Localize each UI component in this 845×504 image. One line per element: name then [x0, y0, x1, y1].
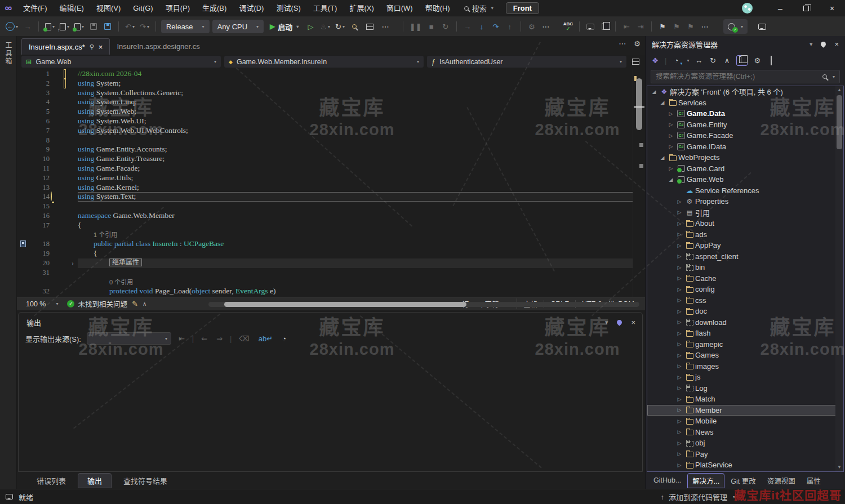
open-file-button[interactable]: ▾ — [59, 20, 70, 33]
tree-collapsed-icon[interactable]: ▷ — [675, 231, 684, 237]
tool-tab-4[interactable]: 属性 — [802, 473, 826, 488]
chevron-down-icon[interactable]: ▾ — [605, 319, 608, 326]
tree-collapsed-icon[interactable]: ▷ — [675, 418, 684, 424]
tree-collapsed-icon[interactable]: ▷ — [675, 243, 684, 248]
properties-wrench-button[interactable]: ⚙ — [753, 56, 762, 65]
tree-collapsed-icon[interactable]: ▷ — [675, 199, 684, 204]
tree-item-log[interactable]: ▷Log — [647, 383, 843, 394]
tree-collapsed-icon[interactable]: ▷ — [675, 374, 684, 380]
breakpoint-margin[interactable] — [17, 97, 32, 107]
previous-message-icon[interactable]: ⇐ — [199, 334, 209, 343]
code-line[interactable]: 32protected void Page_Load(object sender… — [17, 287, 645, 296]
fold-margin[interactable] — [68, 88, 78, 98]
project-dropdown[interactable]: ⊞ Game.Web ▾ — [21, 56, 221, 68]
code-editor[interactable]: 1//28xin.com 2026-042using System;3using… — [17, 69, 645, 297]
comment-button[interactable] — [585, 20, 596, 33]
prev-bookmark-button[interactable]: ⚑ — [671, 20, 682, 33]
scrollbar-thumb[interactable] — [224, 302, 466, 307]
new-project-button[interactable]: ▾ — [44, 20, 56, 33]
solution-root-row[interactable]: ◢❖解决方案 'Front' (6 个项目, 共 6 个) — [647, 86, 843, 97]
toolbar-overflow-button[interactable]: ⋯ — [380, 20, 391, 33]
code-line[interactable]: 15 — [17, 202, 645, 211]
tree-collapsed-icon[interactable]: ▷ — [666, 111, 675, 117]
breakpoint-margin[interactable] — [17, 126, 32, 136]
refresh-button[interactable]: ↻ — [708, 56, 717, 65]
fold-margin[interactable] — [68, 249, 78, 258]
tree-collapsed-icon[interactable]: ▷ — [675, 209, 684, 215]
tree-expanded-icon[interactable]: ◢ — [658, 155, 667, 160]
fold-margin[interactable] — [68, 97, 78, 107]
breakpoint-margin[interactable] — [17, 173, 32, 183]
word-wrap-icon[interactable]: ab↵ — [257, 334, 274, 343]
next-bookmark-button[interactable]: ⚑ — [685, 20, 696, 33]
code-line[interactable]: 9using Game.Entity.Accounts; — [17, 145, 645, 154]
show-all-files-button[interactable] — [736, 55, 748, 66]
tree-item-ads[interactable]: ▷ads — [647, 229, 843, 240]
step-into-button[interactable]: ↓ — [476, 20, 487, 33]
tree-collapsed-icon[interactable]: ▷ — [675, 385, 684, 391]
tree-collapsed-icon[interactable]: ▷ — [666, 144, 675, 149]
code-line[interactable]: 7using System.Web.UI.WebControls; — [17, 126, 645, 136]
code-line[interactable]: 19{ — [17, 249, 645, 258]
close-icon[interactable]: × — [834, 40, 839, 48]
tree-item-aspnet-client[interactable]: ▷aspnet_client — [647, 251, 843, 262]
tree-collapsed-icon[interactable]: ▷ — [675, 265, 684, 270]
menu-item-2[interactable]: 视图(V) — [90, 0, 127, 17]
find-message-icon[interactable]: ⇤ — [177, 334, 186, 343]
tree-item-about[interactable]: ▷About — [647, 218, 843, 229]
configuration-dropdown[interactable]: Release▾ — [161, 20, 210, 33]
tree-item-service-references[interactable]: ☁Service References — [647, 185, 843, 197]
menu-item-6[interactable]: 调试(D) — [233, 0, 270, 17]
fold-margin[interactable] — [68, 173, 78, 183]
tree-item-game-facade[interactable]: ▷C#Game.Facade — [647, 130, 843, 141]
restore-button[interactable] — [793, 0, 819, 17]
tree-item-download[interactable]: ▷download — [647, 317, 843, 328]
lightbulb-icon[interactable] — [51, 191, 52, 201]
solution-search-input[interactable] — [656, 73, 818, 81]
tree-item-platservice[interactable]: ▷PlatService — [647, 460, 843, 471]
tree-item-services[interactable]: ◢Services — [647, 97, 843, 109]
codelens-row[interactable]: 1 个引用 — [17, 230, 645, 240]
code-line[interactable]: 18public partial class InsureIn : UCPage… — [17, 239, 645, 249]
tree-item-config[interactable]: ▷config — [647, 284, 843, 295]
clear-all-icon[interactable]: ⌫ — [237, 334, 251, 343]
tree-item-apppay[interactable]: ▷AppPay — [647, 240, 843, 251]
fold-margin[interactable] — [68, 145, 78, 154]
code-line[interactable]: 16namespace Game.Web.Member — [17, 211, 645, 221]
fold-margin[interactable] — [68, 126, 78, 136]
debug-overflow-button[interactable]: ⋯ — [540, 20, 552, 33]
fold-margin[interactable] — [68, 278, 78, 287]
fold-margin[interactable] — [68, 221, 78, 230]
breakpoint-margin[interactable] — [17, 69, 32, 79]
close-icon[interactable]: × — [99, 43, 103, 51]
zoom-dropdown[interactable]: 100 % ▾ — [21, 298, 63, 310]
minimize-button[interactable]: – — [767, 0, 793, 17]
breakpoint-margin[interactable] — [17, 145, 32, 154]
menu-item-10[interactable]: 窗口(W) — [380, 0, 419, 17]
collapse-all-button[interactable]: ∧ — [722, 56, 731, 65]
breakpoint-margin[interactable] — [17, 230, 32, 240]
tree-item-member[interactable]: ▷Member — [647, 405, 843, 416]
pin-icon[interactable]: ⚲ — [90, 43, 94, 51]
menu-item-8[interactable]: 工具(T) — [307, 0, 344, 17]
toggle-bookmark-button[interactable]: ⚑ — [657, 20, 668, 33]
breakpoint-margin[interactable] — [17, 258, 32, 268]
tree-item-game-entity[interactable]: ▷C#Game.Entity — [647, 119, 843, 131]
menu-item-5[interactable]: 生成(B) — [196, 0, 233, 17]
autoscroll-clock-icon[interactable]: ◔ — [280, 334, 288, 343]
pin-icon[interactable] — [616, 319, 624, 326]
tree-collapsed-icon[interactable]: ▷ — [675, 287, 684, 292]
tree-item-引用[interactable]: ▷▤引用 — [647, 207, 843, 218]
tree-collapsed-icon[interactable]: ▷ — [675, 319, 684, 325]
tool-tab-0[interactable]: GitHub... — [648, 474, 686, 487]
tree-collapsed-icon[interactable]: ▷ — [675, 221, 684, 226]
fold-margin[interactable]: › — [68, 258, 78, 268]
fold-margin[interactable] — [68, 211, 78, 221]
tree-collapsed-icon[interactable]: ▷ — [675, 341, 684, 347]
step-out-button[interactable]: ↑ — [504, 20, 515, 33]
code-line[interactable]: 10using Game.Entity.Treasure; — [17, 154, 645, 164]
fold-margin[interactable] — [68, 202, 78, 211]
save-button[interactable] — [88, 20, 99, 33]
refresh-button[interactable]: ↻▾ — [334, 20, 346, 33]
breakpoint-margin[interactable] — [17, 202, 32, 211]
